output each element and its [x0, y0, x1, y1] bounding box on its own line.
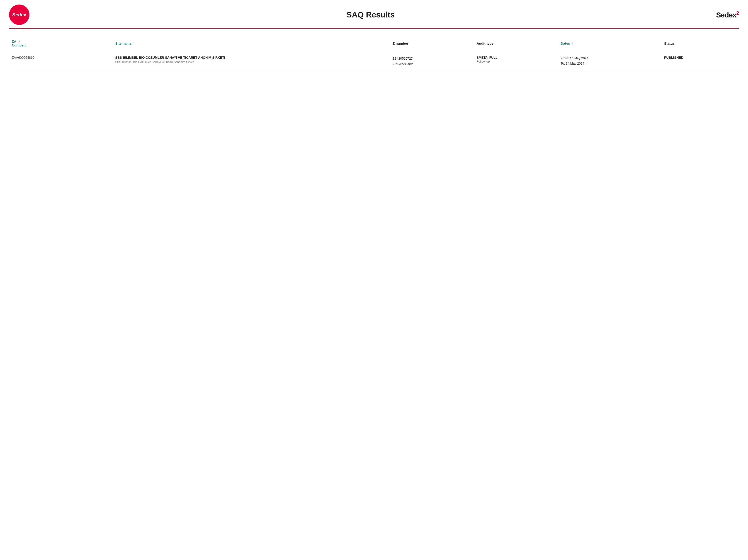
page-header: Sedex SAQ Results Sedex2 [0, 0, 748, 25]
cell-za-number: ZAA600064860 [9, 51, 112, 72]
col-header-z-number: Z number [390, 36, 474, 51]
audit-type-primary: SMETA_FULL [477, 56, 555, 60]
page-title: SAQ Results [29, 10, 712, 19]
cell-z-number: ZS420526727 ZC420505402 [390, 51, 474, 72]
dates-sort-icon[interactable]: ↑ [572, 42, 574, 45]
number-label: Number: [12, 43, 26, 47]
za-sort-icon[interactable]: ↓ [19, 40, 20, 43]
cell-site-name: SBS BILIMSEL BIO COZUMLER SANAYI VE TICA… [112, 51, 390, 72]
col-dates-label: Dates [561, 42, 570, 45]
cell-audit-type: SMETA_FULL Follow up [474, 51, 558, 72]
col-header-dates[interactable]: Dates ↑ [558, 36, 661, 51]
main-content: ZA ↓ Number: Site name ↑ Z number Audit … [0, 29, 748, 79]
col-header-za-number[interactable]: ZA ↓ Number: [9, 36, 112, 51]
site-name-primary: SBS BILIMSEL BIO COZUMLER SANAYI VE TICA… [115, 56, 387, 60]
z-number-value: ZS420526727 ZC420505402 [393, 56, 471, 67]
col-header-site-name[interactable]: Site name ↑ [112, 36, 390, 51]
audit-type-secondary: Follow up [477, 60, 555, 63]
logo-right-text: Sedex2 [716, 10, 739, 19]
results-table: ZA ↓ Number: Site name ↑ Z number Audit … [9, 36, 739, 72]
col-header-status: Status [661, 36, 739, 51]
za-label: ZA [12, 40, 16, 43]
logo-left-text: Sedex [12, 12, 26, 18]
table-row: ZAA600064860 SBS BILIMSEL BIO COZUMLER S… [9, 51, 739, 72]
col-header-audit-type: Audit type [474, 36, 558, 51]
table-header-row: ZA ↓ Number: Site name ↑ Z number Audit … [9, 36, 739, 51]
col-site-name-label: Site name [115, 42, 132, 45]
cell-dates: From: 14 May 2024 To: 14 May 2024 [558, 51, 661, 72]
site-name-sort-icon[interactable]: ↑ [133, 42, 135, 45]
dates-value: From: 14 May 2024 To: 14 May 2024 [561, 56, 658, 66]
logo-right: Sedex2 [712, 10, 739, 19]
status-badge: PUBLISHED [664, 56, 684, 60]
site-name-secondary: SBS Bilimsel Bio Cozumler Sanayi ve Tica… [115, 60, 387, 64]
logo-left: Sedex [9, 4, 29, 25]
col-audit-type-label: Audit type [477, 42, 493, 45]
cell-status: PUBLISHED [661, 51, 739, 72]
col-z-number-label: Z number [393, 42, 408, 45]
za-number-value: ZAA600064860 [12, 56, 34, 60]
col-status-label: Status [664, 42, 675, 45]
